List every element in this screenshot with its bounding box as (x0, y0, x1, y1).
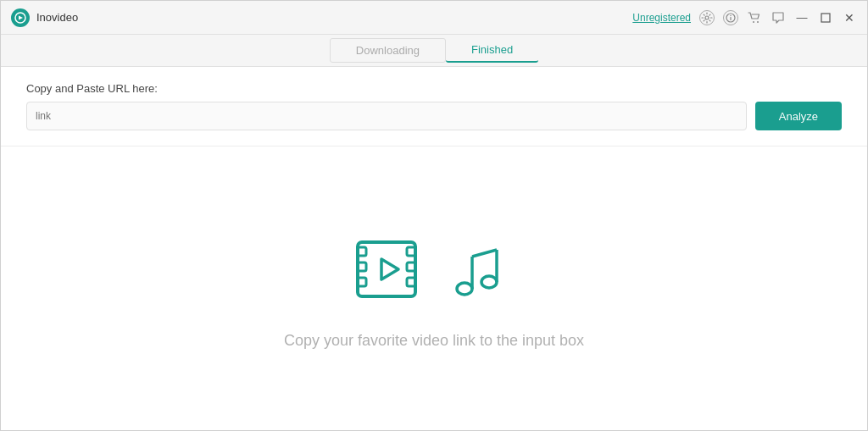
svg-line-19 (472, 250, 497, 257)
chat-icon[interactable] (771, 10, 786, 25)
svg-point-5 (753, 21, 754, 23)
svg-rect-11 (358, 278, 366, 286)
svg-rect-3 (730, 17, 731, 20)
svg-point-15 (457, 283, 472, 295)
main-content: Copy and Paste URL here: Analyze (1, 67, 867, 430)
svg-rect-10 (358, 262, 366, 271)
empty-state-message: Copy your favorite video link to the inp… (284, 332, 584, 350)
url-section: Copy and Paste URL here: Analyze (1, 67, 867, 146)
svg-rect-7 (821, 14, 830, 22)
app-title: Inovideo (36, 11, 78, 24)
app-logo (11, 8, 30, 27)
titlebar: Inovideo Unregistered (1, 1, 867, 35)
settings-icon[interactable] (699, 10, 715, 25)
cart-icon[interactable] (747, 10, 762, 25)
svg-rect-9 (358, 247, 366, 256)
analyze-button[interactable]: Analyze (755, 102, 842, 130)
svg-point-4 (730, 14, 731, 15)
maximize-button[interactable] (818, 10, 833, 25)
unregistered-link[interactable]: Unregistered (632, 12, 691, 24)
url-label: Copy and Paste URL here: (26, 82, 842, 95)
svg-point-17 (481, 276, 497, 288)
app-window: Inovideo Unregistered (0, 0, 868, 431)
tab-downloading[interactable]: Downloading (330, 38, 446, 63)
info-icon[interactable] (723, 10, 738, 25)
url-input[interactable] (26, 102, 747, 130)
video-icon (349, 227, 434, 312)
empty-state: Copy your favorite video link to the inp… (1, 146, 867, 430)
music-icon (442, 231, 519, 307)
minimize-button[interactable]: — (794, 10, 810, 25)
svg-rect-12 (407, 247, 415, 256)
svg-point-6 (757, 21, 759, 23)
url-row: Analyze (26, 102, 842, 130)
titlebar-actions: Unregistered (632, 10, 857, 25)
svg-rect-13 (407, 262, 415, 271)
svg-point-1 (705, 16, 709, 19)
svg-rect-14 (407, 278, 415, 286)
tab-finished[interactable]: Finished (446, 38, 538, 63)
tabbar: Downloading Finished (1, 35, 867, 67)
close-button[interactable]: ✕ (842, 10, 857, 25)
empty-state-icons (349, 227, 519, 312)
